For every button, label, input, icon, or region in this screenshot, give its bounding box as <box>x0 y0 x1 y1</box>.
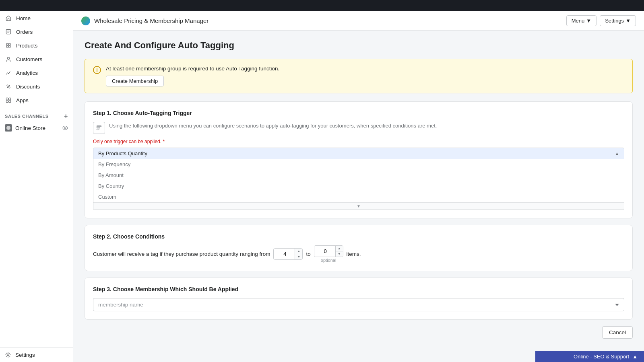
svg-rect-7 <box>9 101 11 103</box>
svg-point-2 <box>7 85 8 86</box>
svg-rect-6 <box>6 101 8 103</box>
svg-point-9 <box>63 126 68 130</box>
sidebar-item-customers-label: Customers <box>16 56 42 62</box>
sidebar-item-orders-label: Orders <box>16 29 33 35</box>
bottom-support-bar[interactable]: Online - SEO & Support ▲ <box>535 351 644 362</box>
sidebar-item-products[interactable]: Products <box>0 39 73 52</box>
svg-point-3 <box>9 87 10 88</box>
app-header: Wholesale Pricing & Membership Manager M… <box>73 11 644 31</box>
dropdown-option-products-qty[interactable]: By Products Quantity ▲ <box>93 148 624 159</box>
step3-card: Step 3. Choose Membership Which Should B… <box>85 278 633 320</box>
sidebar-item-analytics[interactable]: Analytics <box>0 66 73 80</box>
scroll-up-icon: ▲ <box>615 151 619 156</box>
page-title: Create And Configure Auto Tagging <box>85 40 633 51</box>
home-icon <box>5 14 12 22</box>
dropdown-option-amount[interactable]: By Amount <box>93 170 624 181</box>
dropdown-option-custom[interactable]: Custom <box>93 191 624 202</box>
svg-rect-13 <box>97 127 100 128</box>
chevron-down-icon: ▼ <box>586 18 591 24</box>
products-icon <box>5 42 12 49</box>
svg-point-11 <box>7 354 9 356</box>
settings-button[interactable]: Settings ▼ <box>600 15 636 26</box>
cancel-button[interactable]: Cancel <box>602 326 633 339</box>
optional-label: optional <box>321 258 336 263</box>
orders-icon <box>5 28 12 35</box>
to-label: to <box>306 251 310 257</box>
trigger-desc: Using the following dropdown menu you ca… <box>93 122 624 134</box>
from-value-up[interactable]: ▲ <box>295 249 302 254</box>
settings-label: Settings <box>15 352 35 358</box>
from-value-input[interactable] <box>274 249 295 259</box>
sidebar-item-analytics-label: Analytics <box>16 70 38 76</box>
conditions-row: Customer will receive a tag if they purc… <box>93 245 624 263</box>
sidebar-item-apps[interactable]: Apps <box>0 93 73 107</box>
create-membership-button[interactable]: Create Membership <box>106 76 164 86</box>
sidebar-item-customers[interactable]: Customers <box>0 52 73 66</box>
warning-content: At least one membership group is require… <box>106 66 624 86</box>
bottom-bar-label: Online - SEO & Support <box>574 354 629 360</box>
sidebar-item-home[interactable]: Home <box>0 11 73 25</box>
from-value-field[interactable]: ▲ ▼ <box>273 248 303 260</box>
svg-point-8 <box>6 126 10 130</box>
customers-icon <box>5 56 12 63</box>
eye-icon[interactable] <box>62 126 68 130</box>
app-title: Wholesale Pricing & Membership Manager <box>94 17 208 24</box>
svg-rect-4 <box>6 98 8 100</box>
to-value-field[interactable]: ▲ ▼ <box>314 245 343 257</box>
sidebar-item-apps-label: Apps <box>16 97 29 103</box>
conditions-desc: Customer will receive a tag if they purc… <box>93 251 270 257</box>
trigger-dropdown[interactable]: By Products Quantity ▲ By Frequency By A… <box>93 148 624 210</box>
sidebar-item-orders[interactable]: Orders <box>0 25 73 39</box>
sidebar-item-discounts-label: Discounts <box>16 84 40 90</box>
step2-title: Step 2. Choose Conditions <box>93 233 624 240</box>
sidebar-item-products-label: Products <box>16 43 37 49</box>
warning-icon: i <box>93 66 101 74</box>
apps-icon <box>5 97 12 104</box>
to-value-input[interactable] <box>314 246 335 257</box>
svg-point-1 <box>8 57 10 59</box>
footer-actions: Cancel <box>85 326 633 339</box>
trigger-icon-box <box>93 122 105 134</box>
chevron-down-icon-2: ▼ <box>625 18 631 24</box>
sidebar-settings[interactable]: Settings <box>0 348 73 362</box>
header-buttons: Menu ▼ Settings ▼ <box>566 15 636 26</box>
membership-select[interactable]: membership name <box>93 298 624 311</box>
app-header-left: Wholesale Pricing & Membership Manager <box>81 16 208 25</box>
scroll-down-btn[interactable]: ▼ <box>93 202 624 210</box>
warning-text: At least one membership group is require… <box>106 66 624 72</box>
svg-rect-14 <box>97 129 99 130</box>
from-value-down[interactable]: ▼ <box>295 254 302 259</box>
trigger-desc-text: Using the following dropdown menu you ca… <box>109 122 437 130</box>
to-value-down[interactable]: ▼ <box>336 251 343 257</box>
svg-rect-5 <box>9 98 11 100</box>
dropdown-option-frequency[interactable]: By Frequency <box>93 159 624 170</box>
analytics-icon <box>5 69 12 76</box>
sidebar-item-online-store[interactable]: Online Store <box>0 121 73 134</box>
dropdown-option-country[interactable]: By Country <box>93 181 624 191</box>
sidebar: Home Orders Products Customers Analytics <box>0 11 73 362</box>
page-body: Create And Configure Auto Tagging i At l… <box>73 31 644 362</box>
required-note: Only one trigger can be applied. * <box>93 139 624 144</box>
svg-point-10 <box>64 127 66 129</box>
online-store-icon <box>5 124 12 132</box>
settings-icon <box>5 352 11 358</box>
online-store-label: Online Store <box>15 125 45 131</box>
discounts-icon <box>5 83 12 90</box>
top-bar <box>0 0 644 11</box>
svg-rect-12 <box>97 125 101 126</box>
items-label: items. <box>347 251 361 257</box>
sidebar-bottom: Settings <box>0 347 73 362</box>
to-value-up[interactable]: ▲ <box>336 246 343 251</box>
app-logo <box>81 16 90 25</box>
channels-section: SALES CHANNELS + <box>0 107 73 121</box>
step1-title: Step 1. Choose Auto-Tagging Trigger <box>93 110 624 116</box>
menu-button[interactable]: Menu ▼ <box>566 15 597 26</box>
sidebar-item-discounts[interactable]: Discounts <box>0 80 73 93</box>
channels-add-icon[interactable]: + <box>64 113 68 120</box>
chevron-up-icon: ▲ <box>632 354 638 360</box>
step3-title: Step 3. Choose Membership Which Should B… <box>93 286 624 292</box>
sidebar-item-home-label: Home <box>16 15 31 21</box>
main-content: Wholesale Pricing & Membership Manager M… <box>73 11 644 362</box>
step2-card: Step 2. Choose Conditions Customer will … <box>85 225 633 271</box>
warning-banner: i At least one membership group is requi… <box>85 59 633 93</box>
